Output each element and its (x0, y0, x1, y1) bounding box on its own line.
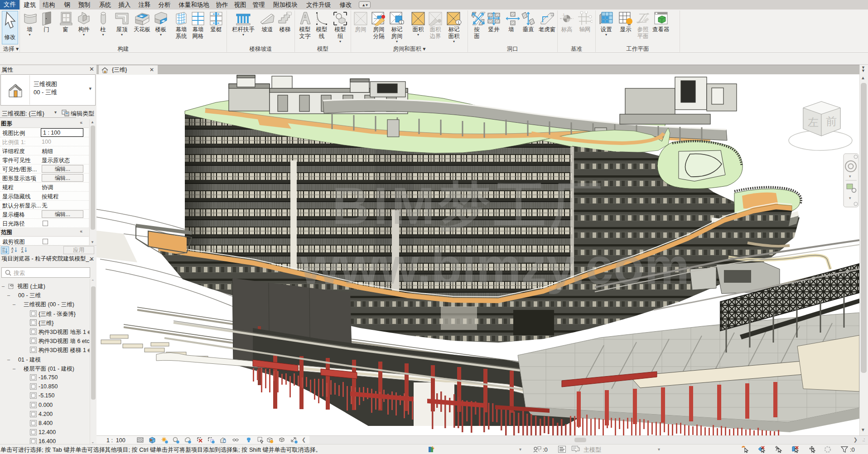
svg-text:BIM梦工厂: BIM梦工厂 (332, 177, 606, 235)
svg-text:▾: ▾ (849, 196, 851, 200)
svg-text:前: 前 (826, 115, 837, 127)
svg-text:左: 左 (808, 116, 819, 128)
svg-text:Z: Z (21, 247, 24, 250)
svg-text:.1: .1 (562, 13, 565, 17)
svg-text:Z: Z (11, 250, 14, 253)
svg-text:A: A (11, 247, 14, 250)
svg-text:1: 1 (458, 20, 460, 24)
svg-text:www.bimzy.com: www.bimzy.com (300, 238, 690, 295)
svg-text:A: A (21, 250, 24, 253)
svg-text:1: 1 (400, 20, 403, 24)
svg-text:▾: ▾ (849, 174, 851, 179)
